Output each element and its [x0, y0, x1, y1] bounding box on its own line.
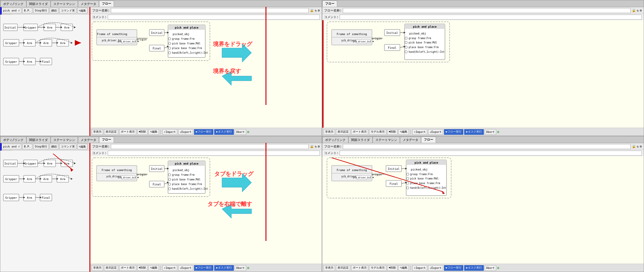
tab-state-machine-br[interactable]: ステートマシン [373, 137, 400, 143]
tab-body-link-bl[interactable]: ボディ/リンク [0, 137, 26, 143]
flow-settings-icon-tr[interactable]: ⚙ [640, 9, 642, 12]
btn-hide-br[interactable]: 非表示 [324, 265, 335, 271]
btn-delete-bl[interactable]: ✖削除 [137, 265, 147, 271]
flow-refresh-icon-br[interactable]: ↻ [637, 145, 639, 148]
btn-port-display-br[interactable]: ポート表示 [351, 265, 368, 271]
tab-flow-tr[interactable]: フロー [322, 1, 337, 7]
btn-flow-exec-tl[interactable]: ▶フロー実行 [194, 129, 213, 135]
btn-hide-tl[interactable]: 非表示 [92, 129, 103, 135]
abort-icon-bl[interactable]: ⊙ [247, 266, 249, 270]
btn-step-exec-bl[interactable]: Step実行 [33, 144, 49, 149]
btn-model-display-br[interactable]: モデル表示 [369, 265, 386, 271]
flow-lock-icon-bl[interactable]: 🔒 [310, 145, 314, 148]
tab-body-link-tl[interactable]: ボディ/リンク [0, 1, 26, 7]
flow-settings-icon-tl[interactable]: ⚙ [318, 9, 320, 12]
tab-flow-br[interactable]: フロー [421, 137, 436, 143]
btn-abort-br[interactable]: Abort [485, 265, 496, 271]
tab-flow-bl[interactable]: フロー [99, 137, 114, 143]
btn-task-exec-tl[interactable]: ▶タスク実行 [214, 129, 234, 135]
btn-import-tl[interactable]: ⇑Import [162, 129, 177, 135]
btn-abort-tl[interactable]: Abort [235, 129, 246, 135]
abort-icon-tl[interactable]: ⊙ [247, 130, 249, 134]
flow-name-input-br[interactable] [343, 144, 631, 149]
btn-port-display-tr[interactable]: ポート表示 [351, 129, 368, 135]
tab-body-link-br[interactable]: ボディ/リンク [322, 137, 348, 143]
btn-edit-tl[interactable]: ✎編集 [148, 129, 159, 135]
flow-name-input-tr[interactable] [343, 8, 631, 13]
flow-header-bl: フロー名称: 🔒 ↻ ⚙ [90, 143, 322, 150]
flow-name-input-tl[interactable] [111, 8, 309, 13]
flow-comment-input-br[interactable] [340, 151, 642, 156]
flow-comment-input-bl[interactable] [108, 151, 320, 156]
btn-port-display-bl[interactable]: ポート表示 [119, 265, 136, 271]
flow-lock-icon-tl[interactable]: 🔒 [310, 9, 314, 12]
btn-delete-br[interactable]: ✖削除 [387, 265, 397, 271]
tab-joint-slider-tl[interactable]: 関節スライダ [26, 1, 51, 7]
btn-continue-tl[interactable]: 継続 [50, 8, 58, 13]
flow-canvas-br: Frame of something ycb_driver_bit ycb_dr… [322, 156, 644, 264]
btn-edit-br[interactable]: ✎編集 [398, 265, 409, 271]
btn-port-display-tl[interactable]: ポート表示 [119, 129, 136, 135]
btn-bp-tl[interactable]: B.P. [22, 8, 32, 13]
btn-task-exec-br[interactable]: ▶タスク実行 [464, 265, 483, 271]
flow-comment-input-tr[interactable] [340, 15, 642, 20]
btn-import-tr[interactable]: ⇑Import [412, 129, 427, 135]
flow-comment-input-tl[interactable] [108, 15, 320, 20]
btn-export-br[interactable]: ⇓Export [428, 265, 443, 271]
tab-joint-slider-bl[interactable]: 関節スライダ [26, 137, 51, 143]
btn-task-exec-bl[interactable]: ▶タスク実行 [214, 265, 234, 271]
tab-state-machine-bl[interactable]: ステートマシン [51, 137, 78, 143]
tab-metadata-tl[interactable]: メタデータ [78, 1, 99, 7]
svg-text:pick and place: pick and place [175, 26, 198, 29]
btn-edit-tl[interactable]: ✎編集 [77, 8, 88, 13]
btn-cmd-real-tl[interactable]: コマンド実 [59, 8, 76, 13]
btn-abort-bl[interactable]: Abort [235, 265, 246, 271]
btn-hide-tr[interactable]: 非表示 [324, 129, 335, 135]
btn-display-settings-tl[interactable]: 表示設定 [104, 129, 118, 135]
flow-comment-tr: コメント: [322, 14, 644, 20]
flow-lock-icon-br[interactable]: 🔒 [632, 145, 636, 148]
btn-continue-bl[interactable]: 継続 [50, 144, 58, 149]
btn-import-bl[interactable]: ⇑Import [162, 265, 177, 271]
btn-display-settings-bl[interactable]: 表示設定 [104, 265, 118, 271]
btn-display-settings-tr[interactable]: 表示設定 [336, 129, 350, 135]
flow-refresh-icon-tr[interactable]: ↻ [637, 9, 639, 12]
btn-pick-r-bl[interactable]: pick and r [2, 144, 21, 149]
tab-metadata-bl[interactable]: メタデータ [78, 137, 99, 143]
btn-step-exec-tl[interactable]: Step実行 [33, 8, 49, 13]
btn-pick-r-tl[interactable]: pick and r [2, 8, 21, 13]
flow-lock-icon-tr[interactable]: 🔒 [632, 9, 636, 12]
btn-export-tl[interactable]: ⇓Export [178, 129, 193, 135]
btn-cmd-real-bl[interactable]: コマンド実 [59, 144, 76, 149]
btn-abort-tr[interactable]: Abort [485, 129, 496, 135]
btn-model-display-tr[interactable]: モデル表示 [369, 129, 386, 135]
btn-delete-tr[interactable]: ✖削除 [387, 129, 397, 135]
btn-edit-tr[interactable]: ✎編集 [398, 129, 409, 135]
flow-settings-icon-bl[interactable]: ⚙ [318, 145, 320, 148]
flow-name-input-bl[interactable] [111, 144, 309, 149]
svg-text:Arm: Arm [43, 178, 48, 181]
separator-1-bl [161, 265, 161, 270]
abort-icon-br[interactable]: ⊙ [497, 266, 499, 270]
btn-flow-exec-bl[interactable]: ▶フロー実行 [194, 265, 213, 271]
btn-delete-tl[interactable]: ✖削除 [137, 129, 147, 135]
tab-flow-tl[interactable]: フロー [99, 1, 114, 7]
btn-display-settings-br[interactable]: 表示設定 [336, 265, 350, 271]
flow-refresh-icon-bl[interactable]: ↻ [315, 145, 317, 148]
btn-edit-bl[interactable]: ✎編集 [77, 144, 88, 149]
btn-edit-bl[interactable]: ✎編集 [148, 265, 159, 271]
btn-import-br[interactable]: ⇑Import [412, 265, 427, 271]
flow-refresh-icon-tl[interactable]: ↻ [315, 9, 317, 12]
btn-export-tr[interactable]: ⇓Export [428, 129, 443, 135]
tab-metadata-br[interactable]: メタデータ [400, 137, 421, 143]
abort-icon-tr[interactable]: ⊙ [497, 130, 499, 134]
tab-state-machine-tl[interactable]: ステートマシン [51, 1, 78, 7]
btn-flow-exec-tr[interactable]: ▶フロー実行 [444, 129, 463, 135]
tab-joint-slider-br[interactable]: 関節スライダ [348, 137, 373, 143]
btn-export-bl[interactable]: ⇓Export [178, 265, 193, 271]
btn-hide-bl[interactable]: 非表示 [92, 265, 103, 271]
btn-task-exec-tr[interactable]: ▶タスク実行 [464, 129, 483, 135]
flow-settings-icon-br[interactable]: ⚙ [640, 145, 642, 148]
btn-bp-bl[interactable]: B.P. [22, 144, 32, 149]
btn-flow-exec-br[interactable]: ▶フロー実行 [444, 265, 463, 271]
